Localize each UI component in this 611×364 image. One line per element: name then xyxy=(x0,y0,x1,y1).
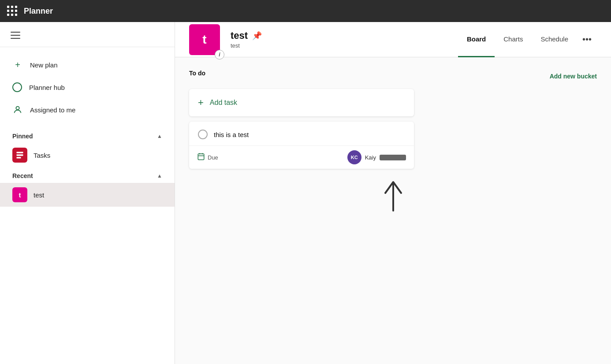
avatar: KC xyxy=(347,150,361,164)
task-card: this is a test Due xyxy=(189,122,414,169)
plan-icon-letter: t xyxy=(202,33,206,47)
svg-rect-3 xyxy=(17,157,21,158)
sidebar-item-tasks[interactable]: Tasks xyxy=(0,143,175,167)
add-task-card[interactable]: + Add task xyxy=(189,89,414,116)
redacted-name xyxy=(380,155,406,160)
task-card-top: this is a test xyxy=(189,122,414,145)
bucket-label: To do xyxy=(189,70,205,77)
hamburger-line-1 xyxy=(11,32,20,33)
circle-icon xyxy=(12,82,22,92)
content-area: t i test 📌 test Board Charts Sched xyxy=(175,22,611,364)
tab-board-label: Board xyxy=(467,35,486,43)
pinned-section-header[interactable]: Pinned ▲ xyxy=(0,127,175,143)
plan-subtitle: test xyxy=(231,42,262,49)
tasks-label: Tasks xyxy=(34,152,50,159)
bucket-header: To do Add new bucket xyxy=(189,70,597,83)
hamburger-button[interactable] xyxy=(9,30,22,41)
sidebar: + New plan Planner hub Assigned to me xyxy=(0,22,175,364)
task-title: this is a test xyxy=(214,131,249,138)
apps-grid-icon[interactable] xyxy=(7,6,18,16)
chevron-up-icon: ▲ xyxy=(157,133,162,139)
plus-icon: + xyxy=(12,59,23,70)
tab-charts[interactable]: Charts xyxy=(495,22,532,57)
arrow-annotation xyxy=(189,178,597,213)
calendar-icon xyxy=(197,152,205,162)
plus-add-icon: + xyxy=(198,97,204,108)
main-layout: + New plan Planner hub Assigned to me xyxy=(0,22,611,364)
plan-title-row: test 📌 xyxy=(231,30,262,41)
pin-icon[interactable]: 📌 xyxy=(252,31,262,41)
tasks-icon-box xyxy=(12,148,27,163)
svg-point-0 xyxy=(16,107,19,110)
app-title: Planner xyxy=(24,7,53,16)
tab-board[interactable]: Board xyxy=(458,22,495,57)
topbar: Planner xyxy=(0,0,611,22)
sidebar-top xyxy=(0,22,175,47)
recent-label: Recent xyxy=(12,172,33,179)
assignee-section: KC Kaiy xyxy=(347,150,406,164)
pinned-section: Pinned ▲ Tasks xyxy=(0,127,175,167)
more-options-button[interactable]: ••• xyxy=(577,22,597,57)
task-card-bottom: Due KC Kaiy xyxy=(189,145,414,169)
sidebar-item-planner-hub[interactable]: Planner hub xyxy=(0,77,175,97)
info-badge[interactable]: i xyxy=(215,50,224,59)
svg-rect-2 xyxy=(17,154,23,156)
plan-title-area: test 📌 test xyxy=(231,30,262,49)
recent-section-header[interactable]: Recent ▲ xyxy=(0,167,175,183)
plan-icon: t i xyxy=(189,24,220,55)
more-options-label: ••• xyxy=(582,34,592,45)
test-icon-box: t xyxy=(12,187,27,202)
hamburger-line-3 xyxy=(11,38,20,39)
nav-item-label: Planner hub xyxy=(29,84,65,91)
tabs-area: Board Charts Schedule ••• xyxy=(458,22,597,57)
chevron-up-icon-2: ▲ xyxy=(157,173,162,179)
tab-charts-label: Charts xyxy=(503,35,523,43)
task-checkbox[interactable] xyxy=(198,130,208,139)
plan-name: test xyxy=(231,30,248,41)
test-icon-letter: t xyxy=(19,191,21,199)
sidebar-item-test[interactable]: t test xyxy=(0,183,175,207)
sidebar-item-new-plan[interactable]: + New plan xyxy=(0,54,175,75)
recent-section: Recent ▲ t test xyxy=(0,167,175,207)
up-arrow-icon xyxy=(380,178,406,213)
person-icon xyxy=(12,104,23,115)
due-label: Due xyxy=(208,154,218,161)
tab-schedule[interactable]: Schedule xyxy=(532,22,577,57)
test-label: test xyxy=(34,191,44,199)
sidebar-item-assigned-to-me[interactable]: Assigned to me xyxy=(0,99,175,120)
svg-rect-1 xyxy=(17,152,23,153)
hamburger-line-2 xyxy=(11,35,20,36)
tab-schedule-label: Schedule xyxy=(540,35,568,43)
add-task-label: Add task xyxy=(210,99,237,107)
pinned-label: Pinned xyxy=(12,133,33,140)
assignee-name: Kaiy xyxy=(365,154,376,161)
board-area: To do Add new bucket + Add task this is … xyxy=(175,57,611,364)
sidebar-nav: + New plan Planner hub Assigned to me xyxy=(0,47,175,127)
nav-item-label: New plan xyxy=(30,61,58,69)
due-section: Due xyxy=(197,152,218,162)
content-header: t i test 📌 test Board Charts Sched xyxy=(175,22,611,57)
svg-rect-4 xyxy=(198,154,204,160)
avatar-initials: KC xyxy=(351,155,358,160)
nav-item-label: Assigned to me xyxy=(30,106,75,114)
add-bucket-button[interactable]: Add new bucket xyxy=(550,73,597,80)
